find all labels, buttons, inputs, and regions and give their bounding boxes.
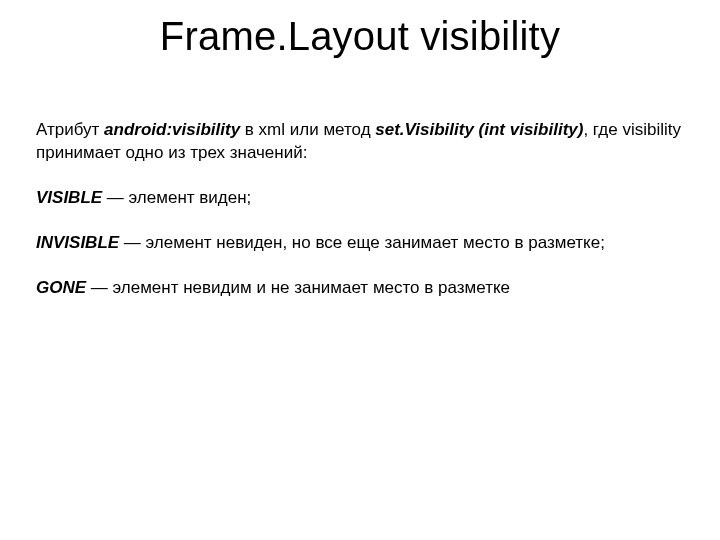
intro-paragraph: Атрибут android:visibility в xml или мет… (36, 119, 684, 165)
value-name: GONE (36, 278, 86, 297)
value-desc: — элемент невиден, но все еще занимает м… (119, 233, 605, 252)
value-desc: — элемент невидим и не занимает место в … (86, 278, 510, 297)
value-name: INVISIBLE (36, 233, 119, 252)
value-name: VISIBLE (36, 188, 102, 207)
value-visible: VISIBLE — элемент виден; (36, 187, 684, 210)
slide: Frame.Layout visibility Атрибут android:… (0, 0, 720, 540)
intro-mid: в xml или метод (240, 120, 375, 139)
value-desc: — элемент виден; (102, 188, 251, 207)
intro-method: set.Visibility (int visibility) (375, 120, 583, 139)
slide-title: Frame.Layout visibility (36, 14, 684, 59)
intro-attr: android:visibility (104, 120, 240, 139)
value-gone: GONE — элемент невидим и не занимает мес… (36, 277, 684, 300)
value-invisible: INVISIBLE — элемент невиден, но все еще … (36, 232, 684, 255)
intro-pre: Атрибут (36, 120, 104, 139)
slide-body: Атрибут android:visibility в xml или мет… (36, 119, 684, 300)
